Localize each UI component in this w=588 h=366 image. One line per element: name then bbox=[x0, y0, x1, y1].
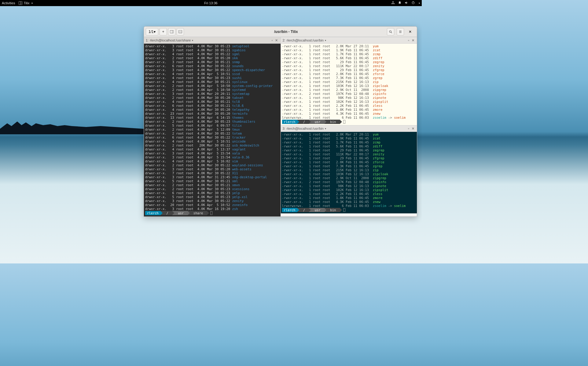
hamburger-menu-button[interactable] bbox=[397, 28, 404, 35]
pane-3-close-button[interactable]: ✕ bbox=[411, 127, 415, 131]
close-window-button[interactable]: ✕ bbox=[406, 28, 414, 35]
tilix-app-icon bbox=[19, 1, 22, 5]
terminal-3[interactable]: -rwxr-xr-x. 1 root root 2.0K Mar 27 20:1… bbox=[281, 132, 417, 213]
window-title: /usr/bin - Tilix bbox=[185, 30, 387, 34]
pane-1-maximize-button[interactable]: ▫ bbox=[270, 38, 274, 42]
pane-3-header[interactable]: 3: rlerch@localhost:/usr/bin ▾ ▫ ✕ bbox=[281, 125, 417, 132]
terminal-1[interactable]: drwxr-xr-x. 3 root root 4.0K Mar 30 05:2… bbox=[144, 44, 281, 216]
titlebar: 1/1 ▾ ＋ /usr/bin - Tilix ✕ bbox=[144, 27, 417, 37]
svg-point-15 bbox=[389, 31, 391, 32]
svg-rect-11 bbox=[170, 30, 173, 33]
pane-2-maximize-button[interactable]: ▫ bbox=[406, 38, 411, 42]
app-menu[interactable]: Tilix ▾ bbox=[19, 1, 32, 5]
chevron-down-icon: ▾ bbox=[325, 127, 326, 130]
svg-rect-5 bbox=[393, 2, 394, 2]
svg-rect-13 bbox=[178, 30, 182, 33]
pane-1-header[interactable]: 1: rlerch@localhost:/usr/share ▾ ▫ ✕ bbox=[144, 37, 281, 44]
pane-2-title: rlerch@localhost:/usr/bin bbox=[287, 38, 324, 42]
chevron-down-icon: ▾ bbox=[192, 39, 193, 42]
chevron-down-icon: ▾ bbox=[31, 2, 33, 5]
pane-1-title: rlerch@localhost:/usr/share bbox=[150, 38, 191, 42]
svg-marker-8 bbox=[405, 2, 407, 4]
chevron-down-icon: ▾ bbox=[154, 30, 156, 34]
pane-2-index: 2: bbox=[283, 38, 285, 42]
network-icon[interactable] bbox=[391, 1, 395, 5]
session-pager-label: 1/1 bbox=[149, 30, 154, 34]
chevron-down-icon: ▾ bbox=[325, 39, 326, 42]
activities-button[interactable]: Activities bbox=[2, 1, 15, 5]
split-down-button[interactable] bbox=[177, 28, 184, 35]
session-pager[interactable]: 1/1 ▾ bbox=[146, 28, 158, 35]
system-menu-chevron-icon[interactable]: ▾ bbox=[419, 2, 420, 5]
pane-3-index: 3: bbox=[283, 127, 285, 130]
wallpaper-trees bbox=[0, 116, 144, 134]
search-button[interactable] bbox=[387, 28, 394, 35]
pane-1-close-button[interactable]: ✕ bbox=[274, 38, 279, 42]
svg-line-16 bbox=[391, 32, 392, 33]
pane-2-close-button[interactable]: ✕ bbox=[411, 38, 415, 42]
terminal-2[interactable]: -rwxr-xr-x. 1 root root 2.0K Mar 27 20:1… bbox=[281, 44, 417, 125]
pane-2-header[interactable]: 2: rlerch@localhost:/usr/bin ▾ ▫ ✕ bbox=[281, 37, 417, 44]
split-right-button[interactable] bbox=[168, 28, 175, 35]
clock[interactable]: Fri 13:36 bbox=[204, 1, 217, 5]
gnome-topbar: Activities Tilix ▾ Fri 13:36 ▾ bbox=[0, 0, 422, 6]
add-session-button[interactable]: ＋ bbox=[160, 28, 167, 35]
volume-icon[interactable] bbox=[405, 1, 408, 5]
pane-1-index: 1: bbox=[146, 38, 149, 42]
app-menu-label: Tilix bbox=[24, 1, 29, 5]
tilix-window: 1/1 ▾ ＋ /usr/bin - Tilix ✕ 1: rlerch@loc… bbox=[144, 26, 417, 217]
power-icon[interactable] bbox=[411, 1, 415, 5]
notification-icon[interactable] bbox=[398, 1, 402, 5]
svg-rect-3 bbox=[392, 3, 393, 4]
pane-3-maximize-button[interactable]: ▫ bbox=[406, 127, 411, 130]
pane-3-title: rlerch@localhost:/usr/bin bbox=[287, 127, 324, 130]
svg-rect-4 bbox=[394, 3, 395, 4]
